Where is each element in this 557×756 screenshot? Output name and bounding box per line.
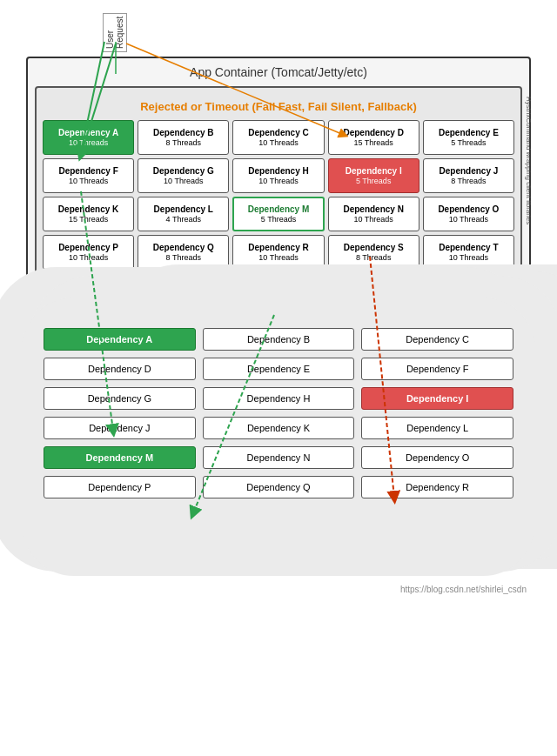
cloud-dep-f: Dependency F (361, 358, 513, 380)
cloud-dep-q: Dependency Q (203, 476, 355, 498)
dep-box-a: Dependency A 10 Threads (43, 120, 134, 155)
dep-box-k: Dependency K 15 Threads (43, 197, 134, 231)
cloud-dep-g: Dependency G (44, 387, 196, 410)
dep-box-n: Dependency N 10 Threads (328, 197, 419, 231)
dep-box-i: Dependency I 5 Threads (328, 158, 419, 193)
dep-box-t: Dependency T 10 Threads (423, 235, 514, 270)
dep-box-r: Dependency R 10 Threads (232, 235, 324, 270)
cloud-dep-m: Dependency M (44, 446, 196, 469)
cloud-dep-p: Dependency P (44, 476, 196, 498)
cloud-deps-grid: Dependency A Dependency B Dependency C D… (39, 324, 518, 503)
app-container-label: App Container (Tomcat/Jetty/etc) (35, 65, 522, 79)
main-container: User Request App Container (Tomcat/Jetty… (0, 0, 557, 607)
inner-container: HystrixCommand wrapping client libraries… (35, 86, 522, 280)
cloud-dep-h: Dependency H (203, 387, 355, 410)
cloud-dep-j: Dependency J (44, 417, 196, 439)
cloud-dep-a: Dependency A (44, 328, 196, 351)
cloud-dep-b: Dependency B (203, 328, 355, 351)
cloud-dep-k: Dependency K (203, 417, 355, 439)
dep-box-o: Dependency O 10 Threads (423, 197, 514, 231)
cloud-dep-r: Dependency R (361, 476, 513, 498)
cloud-dep-o: Dependency O (361, 446, 513, 469)
cloud-section: Dependency A Dependency B Dependency C D… (22, 298, 535, 576)
dep-box-l: Dependency L 4 Threads (138, 197, 229, 231)
dep-box-s: Dependency S 8 Threads (328, 235, 419, 270)
dep-box-j: Dependency J 8 Threads (423, 158, 514, 193)
dep-box-f: Dependency F 10 Threads (43, 158, 134, 193)
dep-box-e: Dependency E 5 Threads (423, 120, 514, 155)
cloud-dep-l: Dependency L (361, 417, 513, 439)
rejected-label: Rejected or Timeout (Fail Fast, Fail Sil… (41, 100, 516, 113)
cloud-dep-i: Dependency I (361, 387, 513, 410)
dep-box-d: Dependency D 15 Threads (328, 120, 419, 155)
dep-box-h: Dependency H 10 Threads (232, 158, 324, 193)
cloud-dep-e: Dependency E (203, 358, 355, 380)
cloud-dep-n: Dependency N (203, 446, 355, 469)
dep-box-p: Dependency P 10 Threads (43, 235, 134, 270)
cloud-bg: Dependency A Dependency B Dependency C D… (22, 298, 535, 576)
dep-box-m: Dependency M 5 Threads (232, 197, 324, 231)
cloud-dep-d: Dependency D (44, 358, 196, 380)
hystrix-label: HystrixCommand wrapping client libraries (520, 97, 533, 224)
dep-box-g: Dependency G 10 Threads (138, 158, 229, 193)
dependency-grid: Dependency A 10 Threads Dependency B 8 T… (41, 120, 516, 270)
app-container-box: App Container (Tomcat/Jetty/etc) Hystrix… (26, 57, 531, 289)
cloud-dep-c: Dependency C (361, 328, 513, 351)
dep-box-b: Dependency B 8 Threads (138, 120, 229, 155)
dep-box-c: Dependency C 10 Threads (232, 120, 324, 155)
user-request-label: User Request (103, 13, 127, 52)
dep-box-q: Dependency Q 8 Threads (138, 235, 229, 270)
bottom-url: https://blog.csdn.net/shirlei_csdn (17, 580, 540, 599)
